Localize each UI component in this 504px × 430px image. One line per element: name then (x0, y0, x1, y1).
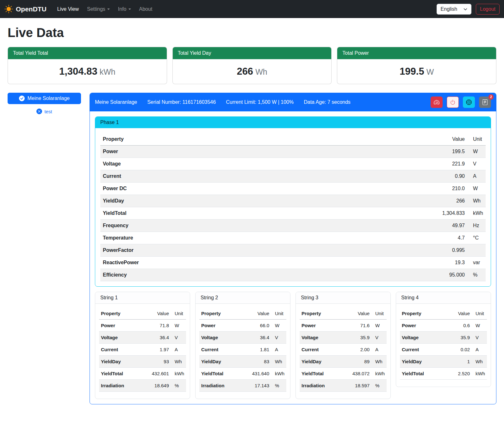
property-cell: Voltage (400, 332, 456, 344)
string-title: String 1 (95, 292, 190, 304)
nav-item-info-label: Info (118, 6, 127, 12)
value-cell: 221.9 (440, 158, 467, 170)
property-cell: Current (100, 170, 440, 183)
phase-table-body: Power199.5WVoltage221.9VCurrent0.90APowe… (100, 146, 486, 281)
table-row: YieldDay93Wh (99, 356, 186, 368)
string-card-4: String 4 Property Value Unit (396, 292, 491, 387)
table-row: Voltage221.9V (100, 158, 486, 170)
page-title: Live Data (8, 26, 496, 40)
column-header-value: Value (250, 308, 271, 320)
value-cell: 18.649 (150, 380, 171, 392)
inverter-link-label: test (44, 109, 52, 114)
device-info-button[interactable] (463, 97, 475, 108)
unit-cell: W (467, 183, 486, 195)
column-header-property: Property (100, 133, 440, 146)
string-title: String 2 (196, 292, 290, 304)
x-circle-icon (36, 109, 42, 114)
string-body: Property Value Unit Power66.0WVoltage36.… (196, 304, 290, 399)
summary-card-value: 1,304.83 (59, 66, 97, 77)
property-cell: Power (100, 146, 440, 158)
string-body: Property Value Unit Power71.6WVoltage35.… (296, 304, 390, 399)
value-cell: 438.072 (351, 368, 371, 380)
table-row: Power66.0W (199, 320, 286, 332)
phase-card: Phase 1 Property Value Unit Power199.5WV… (95, 116, 491, 287)
nav-item-info[interactable]: Info (115, 4, 134, 15)
string-table-body: Power66.0WVoltage36.4VCurrent1.81AYieldD… (199, 320, 286, 392)
property-cell: YieldDay (300, 356, 351, 368)
summary-card-body: 266Wh (173, 59, 332, 84)
value-cell: 66.0 (250, 320, 271, 332)
unit-cell: A (271, 344, 286, 356)
unit-cell: W (171, 320, 186, 332)
unit-cell: Wh (371, 356, 387, 368)
unit-cell: var (467, 257, 486, 269)
strings-row: String 1 Property Value Unit (95, 292, 491, 399)
property-cell: YieldDay (400, 356, 456, 368)
unit-cell: V (472, 332, 487, 344)
string-card-3: String 3 Property Value Unit (296, 292, 391, 399)
table-row: Voltage35.9V (300, 332, 387, 344)
property-cell: Voltage (199, 332, 250, 344)
navbar: OpenDTU Live View Settings Info About En… (0, 0, 504, 18)
inverter-data-age: Data Age: 7 seconds (304, 99, 351, 105)
unit-cell: % (467, 269, 486, 281)
string-body: Property Value Unit Power71.8WVoltage36.… (95, 304, 190, 399)
property-cell: Frequency (100, 220, 440, 232)
table-row: Voltage36.4V (99, 332, 186, 344)
inverter-name: Meine Solaranlage (95, 99, 137, 105)
inverter-action-buttons: 2 (431, 97, 491, 108)
nav-item-settings-label: Settings (87, 6, 105, 12)
property-cell: YieldTotal (400, 368, 456, 380)
table-row: Efficiency95.000% (100, 269, 486, 281)
table-row: YieldDay266Wh (100, 195, 486, 207)
value-cell: 71.6 (351, 320, 371, 332)
navbar-left: OpenDTU Live View Settings Info About (4, 4, 155, 15)
nav-item-live-view[interactable]: Live View (54, 4, 82, 15)
value-cell: 431.640 (250, 368, 271, 380)
power-settings-button[interactable] (447, 97, 459, 108)
unit-cell: kWh (371, 368, 387, 380)
unit-cell: kWh (171, 368, 186, 380)
nav-item-settings[interactable]: Settings (84, 4, 113, 15)
brand-link[interactable]: OpenDTU (4, 5, 47, 13)
property-cell: YieldTotal (199, 368, 250, 380)
navbar-right: English Logout (437, 4, 500, 15)
value-cell: 83 (250, 356, 271, 368)
value-cell: 1.97 (150, 344, 171, 356)
column-header-property: Property (400, 308, 456, 320)
property-cell: YieldDay (99, 356, 150, 368)
string-card-2: String 2 Property Value Unit (195, 292, 290, 399)
value-cell: 0.90 (440, 170, 467, 183)
table-row: Power71.8W (99, 320, 186, 332)
string-table-body: Power71.8WVoltage36.4VCurrent1.97AYieldD… (99, 320, 186, 392)
unit-cell: A (371, 344, 387, 356)
value-cell: 1 (456, 356, 472, 368)
phase-body: Property Value Unit Power199.5WVoltage22… (95, 128, 491, 286)
language-select[interactable]: English (437, 4, 471, 15)
summary-card-unit: W (426, 67, 434, 76)
event-log-button[interactable]: 2 (479, 97, 491, 108)
property-cell: Temperature (100, 232, 440, 244)
column-header-value: Value (351, 308, 371, 320)
table-header-row: Property Value Unit (300, 308, 387, 320)
property-cell: Voltage (99, 332, 150, 344)
inverter-current-limit: Current Limit: 1,500 W | 100% (226, 99, 294, 105)
string-table-body: Power71.6WVoltage35.9VCurrent2.00AYieldD… (300, 320, 387, 392)
column-header-unit: Unit (371, 308, 387, 320)
value-cell: 93 (150, 356, 171, 368)
column-header-property: Property (99, 308, 150, 320)
limit-settings-button[interactable] (431, 97, 443, 108)
inverter-button-inactive[interactable]: test (8, 109, 81, 114)
inverter-button-active[interactable]: Meine Solaranlage (8, 93, 81, 104)
value-cell: 89 (351, 356, 371, 368)
nav-item-about[interactable]: About (136, 4, 156, 15)
property-cell: Current (99, 344, 150, 356)
table-row: YieldTotal1,304.833kWh (100, 207, 486, 220)
brand-name: OpenDTU (16, 5, 47, 13)
property-cell: YieldDay (199, 356, 250, 368)
unit-cell: Wh (171, 356, 186, 368)
unit-cell: V (371, 332, 387, 344)
unit-cell: kWh (271, 368, 286, 380)
logout-button[interactable]: Logout (476, 4, 500, 15)
unit-cell: % (171, 380, 186, 392)
